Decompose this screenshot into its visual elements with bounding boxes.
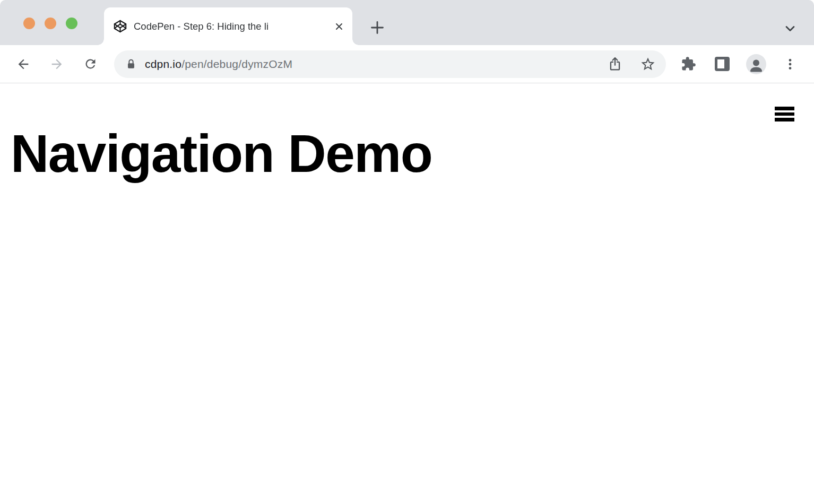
page-content: Navigation Demo (0, 83, 814, 503)
side-panel-icon (715, 57, 730, 71)
url-path: /pen/debug/dymzOzM (181, 58, 292, 70)
share-button[interactable] (605, 55, 625, 74)
padlock-icon (125, 58, 137, 70)
url-domain: cdpn.io (145, 58, 181, 70)
page-title: Navigation Demo (0, 83, 814, 180)
nav-menu-toggle-button[interactable] (775, 107, 794, 121)
tab-close-button[interactable] (332, 20, 346, 33)
browser-window: CodePen - Step 6: Hiding the li (0, 0, 814, 504)
reload-icon (83, 57, 98, 71)
plus-icon (369, 20, 385, 36)
profile-button[interactable] (746, 54, 767, 75)
puzzle-piece-icon (681, 56, 696, 72)
hamburger-icon (775, 107, 794, 110)
bookmark-button[interactable] (638, 55, 657, 74)
extensions-button[interactable] (678, 54, 699, 75)
person-avatar-icon (747, 57, 765, 74)
side-panel-button[interactable] (712, 54, 733, 75)
window-zoom-button[interactable] (66, 18, 77, 29)
avatar (746, 54, 766, 74)
tab-strip: CodePen - Step 6: Hiding the li (0, 0, 814, 45)
chevron-down-icon (783, 21, 797, 35)
arrow-left-icon (16, 57, 31, 72)
close-x-icon (334, 21, 344, 32)
arrow-right-icon (49, 57, 64, 72)
browser-tab[interactable]: CodePen - Step 6: Hiding the li (104, 7, 352, 45)
forward-button[interactable] (46, 54, 67, 75)
tab-title: CodePen - Step 6: Hiding the li (134, 21, 332, 32)
codepen-cube-icon (113, 19, 127, 33)
new-tab-button[interactable] (366, 16, 389, 39)
toolbar-right-section (678, 54, 801, 75)
window-minimize-button[interactable] (45, 18, 56, 29)
browser-menu-button[interactable] (780, 54, 801, 75)
share-up-arrow-icon (607, 56, 623, 72)
reload-button[interactable] (80, 54, 101, 75)
window-controls (23, 18, 77, 29)
kebab-menu-icon (783, 57, 797, 71)
window-close-button[interactable] (23, 18, 35, 29)
star-icon (640, 56, 656, 72)
address-bar[interactable]: cdpn.io/pen/debug/dymzOzM (114, 50, 666, 78)
browser-toolbar: cdpn.io/pen/debug/dymzOzM (0, 45, 814, 83)
tab-search-button[interactable] (782, 20, 798, 36)
url-text: cdpn.io/pen/debug/dymzOzM (145, 58, 605, 71)
back-button[interactable] (13, 54, 34, 75)
